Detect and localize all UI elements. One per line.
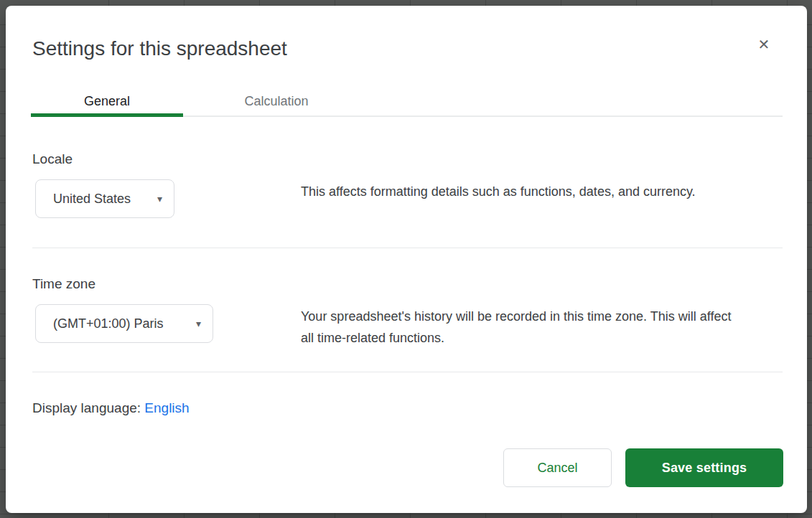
- timezone-label: Time zone: [32, 276, 95, 292]
- locale-description: This affects formatting details such as …: [301, 181, 742, 202]
- tab-bar: General Calculation: [31, 85, 370, 117]
- close-button[interactable]: ✕: [752, 33, 775, 56]
- locale-label: Locale: [32, 151, 73, 167]
- cancel-button[interactable]: Cancel: [503, 448, 612, 487]
- tab-general-label: General: [84, 94, 130, 109]
- page-title: Settings for this spreadsheet: [32, 37, 287, 60]
- settings-dialog: Settings for this spreadsheet ✕ General …: [6, 6, 807, 513]
- dropdown-arrow-icon: ▾: [157, 194, 162, 204]
- display-language-link[interactable]: English: [144, 400, 189, 415]
- display-language-row: Display language: English: [32, 400, 190, 416]
- locale-selected-value: United States: [53, 192, 131, 207]
- timezone-selected-value: (GMT+01:00) Paris: [53, 316, 164, 331]
- tab-calculation-label: Calculation: [244, 94, 308, 109]
- timezone-description: Your spreadsheet's history will be recor…: [301, 306, 742, 349]
- section-divider: [32, 248, 783, 248]
- dialog-footer: Cancel Save settings: [503, 448, 783, 487]
- close-icon: ✕: [758, 37, 770, 52]
- dropdown-arrow-icon: ▾: [196, 319, 201, 329]
- timezone-dropdown[interactable]: (GMT+01:00) Paris ▾: [35, 304, 213, 343]
- tab-calculation[interactable]: Calculation: [183, 85, 370, 117]
- save-settings-button[interactable]: Save settings: [625, 448, 783, 487]
- active-tab-indicator: [31, 113, 183, 117]
- section-divider: [32, 372, 783, 372]
- tab-general[interactable]: General: [31, 85, 183, 117]
- display-language-label: Display language:: [32, 400, 144, 415]
- locale-dropdown[interactable]: United States ▾: [35, 179, 174, 218]
